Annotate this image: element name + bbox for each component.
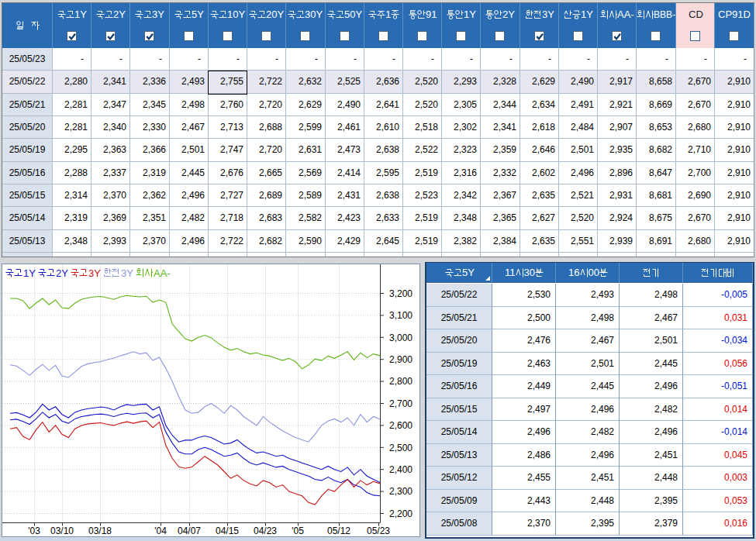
svg-text:2,500: 2,500 bbox=[389, 443, 413, 453]
svg-text:2,200: 2,200 bbox=[389, 508, 413, 519]
svg-text:2,900: 2,900 bbox=[389, 354, 413, 365]
svg-text:2Y: 2Y bbox=[56, 267, 68, 279]
svg-text:04/07: 04/07 bbox=[178, 525, 201, 536]
svg-text:3,000: 3,000 bbox=[389, 333, 413, 343]
svg-text:AA-: AA- bbox=[154, 267, 171, 279]
svg-text:3,100: 3,100 bbox=[389, 310, 413, 321]
svg-text:'04: '04 bbox=[154, 525, 167, 536]
svg-text:3,200: 3,200 bbox=[389, 288, 413, 299]
svg-text:05/12: 05/12 bbox=[327, 525, 350, 536]
svg-text:04/15: 04/15 bbox=[216, 525, 239, 536]
svg-text:3Y: 3Y bbox=[88, 267, 101, 279]
svg-text:03/10: 03/10 bbox=[50, 525, 74, 536]
svg-text:05/23: 05/23 bbox=[367, 525, 390, 536]
svg-text:'05: '05 bbox=[292, 525, 304, 536]
svg-text:2,600: 2,600 bbox=[389, 420, 413, 431]
svg-text:'03: '03 bbox=[28, 525, 40, 536]
svg-text:03/18: 03/18 bbox=[88, 525, 112, 536]
svg-text:1Y: 1Y bbox=[23, 267, 36, 279]
svg-text:3Y: 3Y bbox=[121, 267, 133, 279]
svg-text:2,300: 2,300 bbox=[389, 486, 413, 497]
svg-text:04/23: 04/23 bbox=[254, 525, 277, 536]
svg-text:2,700: 2,700 bbox=[389, 398, 413, 409]
svg-text:2,800: 2,800 bbox=[389, 376, 413, 387]
svg-text:2,400: 2,400 bbox=[389, 464, 413, 475]
